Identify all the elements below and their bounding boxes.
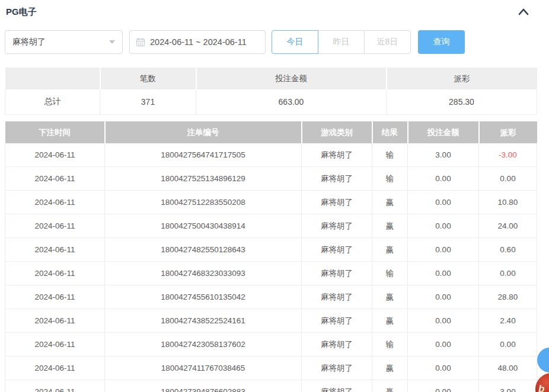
cell-bet-amount: 0.00 [408, 262, 479, 285]
cell-result: 输 [372, 167, 408, 191]
cell-payout: 10.80 [479, 191, 537, 214]
game-select-value: 麻将胡了 [12, 37, 46, 47]
cell-payout: 0.00 [479, 167, 537, 191]
brand-fab-button[interactable]: b [535, 373, 549, 392]
cell-result: 输 [372, 143, 408, 167]
cell-bet-amount: 3.00 [408, 143, 479, 167]
cell-bet-time: 2024-06-11 [5, 143, 105, 167]
cell-bet-amount: 0.00 [408, 380, 479, 392]
cell-result: 赢 [372, 309, 408, 333]
cell-game-type: 麻将胡了 [302, 262, 372, 285]
table-row: 2024-06-11 1800427423058137602 麻将胡了 输 0.… [5, 333, 537, 356]
last-8-days-button[interactable]: 近8日 [364, 30, 411, 54]
yesterday-button[interactable]: 昨日 [318, 30, 365, 54]
chat-fab-button[interactable] [537, 348, 549, 372]
cell-result: 赢 [372, 380, 408, 392]
cell-game-type: 麻将胡了 [302, 309, 372, 333]
brand-fab-glyph: b [538, 383, 544, 392]
cell-bet-time: 2024-06-11 [5, 262, 105, 285]
table-row: 2024-06-11 1800427455610135042 麻将胡了 赢 0.… [5, 285, 537, 309]
summary-total-payout: 285.30 [387, 89, 537, 115]
today-button[interactable]: 今日 [272, 30, 318, 54]
cell-game-type: 麻将胡了 [302, 356, 372, 380]
cell-payout: 0.60 [479, 238, 537, 262]
summary-total-bet-amount: 663.00 [196, 89, 387, 115]
cell-order-id: 1800427500430438914 [105, 214, 302, 238]
cell-bet-amount: 0.00 [408, 285, 479, 309]
cell-game-type: 麻将胡了 [302, 191, 372, 214]
summary-header-count: 笔数 [100, 68, 196, 89]
cell-order-id: 1800427411767038465 [105, 356, 302, 380]
records-header-bet-time: 下注时间 [5, 121, 105, 143]
cell-result: 输 [372, 333, 408, 356]
cell-bet-amount: 0.00 [408, 214, 479, 238]
cell-game-type: 麻将胡了 [302, 238, 372, 262]
cell-bet-amount: 0.00 [408, 167, 479, 191]
date-range-picker[interactable]: 2024-06-11 ~ 2024-06-11 [129, 30, 266, 54]
cell-order-id: 1800427482550128643 [105, 238, 302, 262]
cell-bet-time: 2024-06-11 [5, 356, 105, 380]
chevron-down-icon [109, 40, 115, 44]
cell-result: 赢 [372, 356, 408, 380]
cell-order-id: 1800427438522524161 [105, 309, 302, 333]
cell-game-type: 麻将胡了 [302, 333, 372, 356]
cell-payout: 48.00 [479, 356, 537, 380]
cell-result: 输 [372, 262, 408, 285]
quick-range-group: 今日 昨日 近8日 [272, 30, 411, 54]
summary-header-payout: 派彩 [387, 68, 537, 89]
cell-result: 赢 [372, 285, 408, 309]
summary-table: 笔数 投注金额 派彩 总计 371 663.00 285.30 [5, 68, 537, 115]
table-row: 2024-06-11 1800427482550128643 麻将胡了 赢 0.… [5, 238, 537, 262]
cell-bet-time: 2024-06-11 [5, 285, 105, 309]
page-title: PG电子 [6, 7, 37, 18]
cell-bet-time: 2024-06-11 [5, 167, 105, 191]
summary-header-blank [5, 68, 100, 89]
records-header-row: 下注时间 注单编号 游戏类别 结果 投注金额 派彩 [5, 121, 537, 143]
summary-header-row: 笔数 投注金额 派彩 [5, 68, 537, 89]
cell-bet-amount: 0.00 [408, 309, 479, 333]
records-header-result: 结果 [372, 121, 408, 143]
table-row: 2024-06-11 1800427525134896129 麻将胡了 输 0.… [5, 167, 537, 191]
cell-result: 赢 [372, 214, 408, 238]
cell-bet-time: 2024-06-11 [5, 238, 105, 262]
cell-game-type: 麻将胡了 [302, 214, 372, 238]
table-row: 2024-06-11 1800427468323033093 麻将胡了 输 0.… [5, 262, 537, 285]
cell-payout: 3.00 [479, 380, 537, 392]
table-row: 2024-06-11 1800427500430438914 麻将胡了 赢 0.… [5, 214, 537, 238]
cell-result: 赢 [372, 238, 408, 262]
cell-order-id: 1800427455610135042 [105, 285, 302, 309]
cell-game-type: 麻将胡了 [302, 167, 372, 191]
cell-payout: 28.80 [479, 285, 537, 309]
chevron-up-icon [518, 8, 529, 16]
cell-game-type: 麻将胡了 [302, 285, 372, 309]
cell-payout: 0.00 [479, 333, 537, 356]
cell-payout: -3.00 [479, 143, 537, 167]
calendar-icon [136, 37, 145, 47]
summary-total-row: 总计 371 663.00 285.30 [5, 89, 537, 115]
cell-bet-time: 2024-06-11 [5, 309, 105, 333]
cell-bet-amount: 0.00 [408, 356, 479, 380]
cell-bet-amount: 0.00 [408, 191, 479, 214]
cell-bet-time: 2024-06-11 [5, 214, 105, 238]
cell-payout: 0.00 [479, 262, 537, 285]
cell-order-id: 1800427468323033093 [105, 262, 302, 285]
cell-order-id: 1800427512283550208 [105, 191, 302, 214]
query-button[interactable]: 查询 [418, 30, 465, 54]
date-range-value: 2024-06-11 ~ 2024-06-11 [150, 37, 247, 47]
cell-order-id: 1800427525134896129 [105, 167, 302, 191]
table-row: 2024-06-11 1800427564741717505 麻将胡了 输 3.… [5, 143, 537, 167]
summary-total-label: 总计 [5, 89, 100, 115]
cell-bet-amount: 0.00 [408, 333, 479, 356]
table-row: 2024-06-11 1800427438522524161 麻将胡了 赢 0.… [5, 309, 537, 333]
cell-order-id: 1800427564741717505 [105, 143, 302, 167]
cell-bet-amount: 0.00 [408, 238, 479, 262]
summary-header-bet-amount: 投注金额 [196, 68, 387, 89]
table-row: 2024-06-11 1800427394876602883 麻将胡了 赢 0.… [5, 380, 537, 392]
records-table: 下注时间 注单编号 游戏类别 结果 投注金额 派彩 2024-06-11 180… [5, 121, 537, 392]
game-select[interactable]: 麻将胡了 [5, 30, 123, 54]
cell-order-id: 1800427394876602883 [105, 380, 302, 392]
records-header-payout: 派彩 [479, 121, 537, 143]
collapse-button[interactable] [516, 5, 531, 19]
cell-game-type: 麻将胡了 [302, 380, 372, 392]
cell-payout: 24.00 [479, 214, 537, 238]
